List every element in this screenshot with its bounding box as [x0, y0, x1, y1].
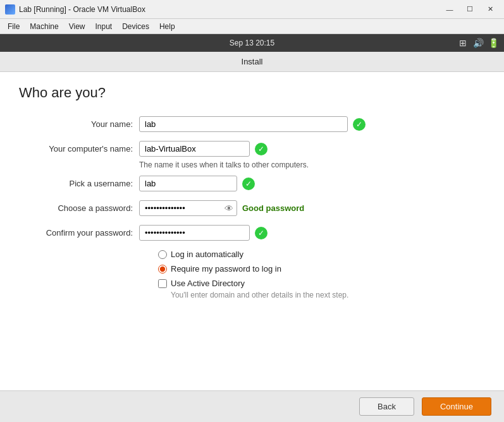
- close-button[interactable]: ✕: [481, 3, 499, 16]
- confirm-password-input[interactable]: [139, 225, 250, 241]
- show-password-icon[interactable]: 👁: [224, 203, 233, 214]
- auto-login-radio[interactable]: [158, 250, 167, 259]
- password-row: Choose a password: 👁 Good password: [19, 200, 485, 216]
- computer-name-row: Your computer's name: ✓: [19, 141, 485, 157]
- continue-button[interactable]: Continue: [422, 397, 491, 416]
- system-icons: ⊞ 🔊 🔋: [457, 37, 499, 49]
- active-directory-hint: You'll enter domain and other details in…: [171, 291, 485, 299]
- username-row: Pick a username: ✓: [19, 176, 485, 191]
- password-label: Choose a password:: [19, 203, 133, 213]
- computer-name-hint: The name it uses when it talks to other …: [139, 160, 485, 169]
- status-bar: Sep 13 20:15 ⊞ 🔊 🔋: [0, 34, 504, 52]
- confirm-password-label: Confirm your password:: [19, 228, 133, 238]
- password-input[interactable]: [139, 200, 237, 216]
- datetime-display: Sep 13 20:15: [230, 39, 274, 47]
- login-options: Log in automatically Require my password…: [158, 250, 485, 274]
- active-directory-row: Use Active Directory: [158, 279, 485, 288]
- window-title: Lab [Running] - Oracle VM VirtualBox: [19, 5, 441, 14]
- password-login-radio[interactable]: [158, 265, 167, 274]
- titlebar: Lab [Running] - Oracle VM VirtualBox — ☐…: [0, 0, 504, 19]
- active-directory-label: Use Active Directory: [171, 279, 245, 288]
- name-row: Your name: ✓: [19, 116, 485, 132]
- confirm-password-row: Confirm your password: ✓: [19, 225, 485, 241]
- name-check-icon: ✓: [353, 118, 366, 131]
- menu-file[interactable]: File: [3, 21, 25, 32]
- menu-view[interactable]: View: [64, 21, 90, 32]
- password-login-row: Require my password to log in: [158, 264, 485, 274]
- username-input[interactable]: [139, 176, 237, 191]
- back-button[interactable]: Back: [359, 397, 414, 416]
- computer-name-label: Your computer's name:: [19, 144, 133, 154]
- auto-login-row: Log in automatically: [158, 250, 485, 259]
- username-label: Pick a username:: [19, 179, 133, 188]
- network-icon: ⊞: [457, 37, 469, 49]
- confirm-check-icon: ✓: [255, 227, 267, 239]
- app-icon: [5, 4, 15, 15]
- username-check-icon: ✓: [242, 178, 255, 190]
- name-label: Your name:: [19, 119, 133, 129]
- computer-name-check-icon: ✓: [255, 143, 267, 155]
- name-input[interactable]: [139, 116, 348, 132]
- menubar: File Machine View Input Devices Help: [0, 19, 504, 34]
- active-directory-checkbox[interactable]: [158, 279, 167, 288]
- battery-icon: 🔋: [488, 37, 499, 49]
- main-content: Who are you? Your name: ✓ Your computer'…: [0, 72, 504, 390]
- volume-icon: 🔊: [472, 37, 484, 49]
- menu-devices[interactable]: Devices: [117, 21, 154, 32]
- maximize-button[interactable]: ☐: [461, 3, 479, 16]
- password-wrapper: 👁: [139, 200, 237, 216]
- bottom-bar: Back Continue: [0, 390, 504, 422]
- minimize-button[interactable]: —: [441, 3, 458, 16]
- auto-login-label: Log in automatically: [171, 250, 243, 259]
- page-title: Who are you?: [19, 85, 485, 101]
- menu-help[interactable]: Help: [154, 21, 180, 32]
- computer-name-input[interactable]: [139, 141, 250, 157]
- password-strength-label: Good password: [242, 203, 304, 213]
- install-header: Install: [0, 52, 504, 72]
- password-login-label: Require my password to log in: [171, 264, 281, 274]
- window-controls: — ☐ ✕: [441, 3, 499, 16]
- menu-input[interactable]: Input: [90, 21, 118, 32]
- install-label: Install: [242, 57, 263, 66]
- menu-machine[interactable]: Machine: [25, 21, 63, 32]
